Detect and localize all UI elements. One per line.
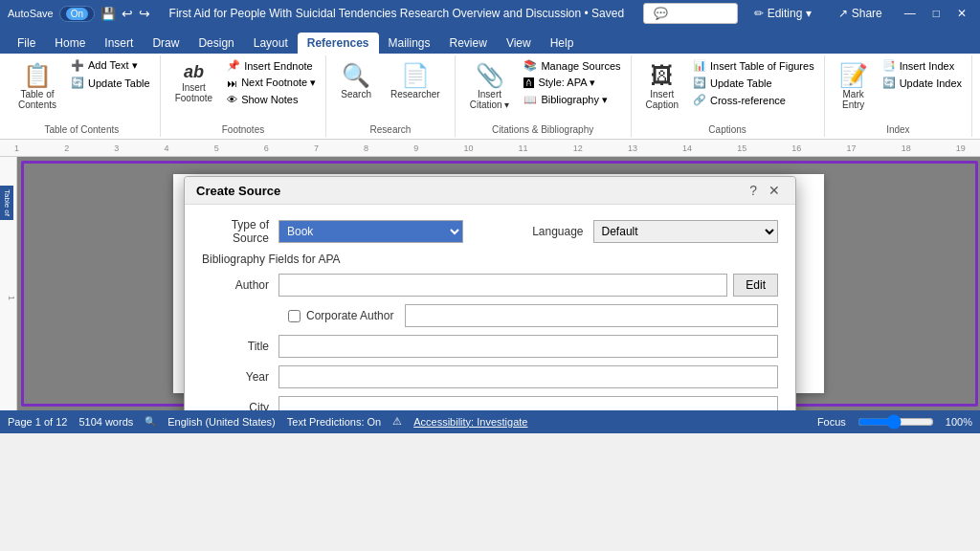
toc-sidebar-label: Table of: [0, 186, 13, 220]
tab-insert[interactable]: Insert: [95, 33, 143, 54]
insert-index-btn[interactable]: 📑 Insert Index: [879, 57, 966, 74]
save-icon: 💾: [100, 7, 116, 21]
type-source-select[interactable]: Book: [278, 220, 463, 243]
corporate-author-input[interactable]: [405, 304, 778, 327]
share-button[interactable]: ↗ Share: [828, 3, 893, 24]
document-title: First Aid for People With Suicidal Tende…: [150, 7, 643, 20]
minimize-btn[interactable]: —: [899, 5, 922, 22]
update-index-label: Update Index: [900, 77, 962, 89]
city-input[interactable]: [278, 396, 778, 410]
undo-btn[interactable]: ↩: [122, 6, 133, 21]
manage-sources-btn[interactable]: 📚 Manage Sources: [520, 57, 624, 74]
zoom-level: 100%: [946, 416, 972, 428]
insert-index-icon: 📑: [882, 59, 896, 72]
researcher-icon: 📄: [401, 62, 430, 89]
insert-table-figures-btn[interactable]: 📊 Insert Table of Figures: [689, 57, 818, 74]
tab-review[interactable]: Review: [440, 33, 497, 54]
create-source-dialog[interactable]: Create Source ? ✕ Type of Source Book La…: [184, 176, 796, 410]
share-icon: ↗: [838, 7, 848, 20]
update-index-icon: 🔄: [882, 77, 896, 89]
accessibility-label[interactable]: Accessibility: Investigate: [413, 416, 527, 428]
footnotes-sub-col: 📌 Insert Endnote ⏭ Next Footnote ▾ 👁 Sho…: [223, 57, 320, 107]
ribbon-group-authorities: 📌 MarkCitation 📋 Insert Table of Authori…: [972, 55, 980, 137]
autosave-toggle[interactable]: On: [59, 6, 95, 22]
close-btn[interactable]: ✕: [951, 5, 972, 22]
edit-author-btn[interactable]: Edit: [733, 274, 778, 297]
city-label: City: [202, 401, 278, 410]
tab-design[interactable]: Design: [189, 33, 243, 54]
index-sub-col: 📑 Insert Index 🔄 Update Index: [879, 57, 966, 91]
next-footnote-btn[interactable]: ⏭ Next Footnote ▾: [223, 75, 320, 91]
update-table-cap-btn[interactable]: 🔄 Update Table: [689, 75, 818, 91]
citations-group-content: 📎 InsertCitation ▾ 📚 Manage Sources 🅰 St…: [461, 57, 625, 122]
table-of-contents-btn[interactable]: 📋 Table ofContents: [10, 57, 65, 115]
ribbon-group-research: 🔍 Search 📄 Researcher Research: [326, 55, 455, 137]
text-predictions: Text Predictions: On: [287, 416, 381, 428]
title-input[interactable]: [278, 335, 778, 358]
footnote-icon: ab: [184, 62, 204, 82]
editing-icon: ✏: [754, 7, 764, 20]
zoom-slider[interactable]: [858, 414, 934, 430]
dialog-help-btn[interactable]: ?: [746, 183, 761, 198]
language-select[interactable]: Default: [593, 220, 778, 243]
style-apa-btn[interactable]: 🅰 Style: APA ▾: [520, 75, 624, 91]
tab-home[interactable]: Home: [45, 33, 95, 54]
ruler-marks: 1 2 3 4 5 6 7 8 9 10 11 12 13 14 15 16 1…: [14, 143, 966, 153]
title-row: Title: [202, 335, 778, 358]
window-controls: 💬 💬 Comments Comments ✏ Editing ▾ ↗ Shar…: [643, 3, 972, 24]
insert-citation-btn[interactable]: 📎 InsertCitation ▾: [461, 57, 519, 115]
autosave-label: AutoSave: [8, 8, 54, 19]
citations-sub-col: 📚 Manage Sources 🅰 Style: APA ▾ 📖 Biblio…: [520, 57, 624, 108]
tab-layout[interactable]: Layout: [244, 33, 298, 54]
tab-help[interactable]: Help: [541, 33, 584, 54]
style-icon: 🅰: [523, 77, 534, 89]
search-btn[interactable]: 🔍 Search: [332, 57, 380, 104]
insert-endnote-icon: 📌: [227, 59, 240, 72]
comments-button[interactable]: 💬 💬 Comments Comments: [643, 3, 738, 24]
show-notes-icon: 👁: [227, 94, 237, 105]
corporate-author-checkbox[interactable]: [288, 310, 301, 322]
mark-entry-btn[interactable]: 📝 MarkEntry: [831, 57, 877, 115]
update-table-toc-btn[interactable]: 🔄 Update Table: [67, 75, 154, 91]
editing-button[interactable]: ✏ Editing ▾: [744, 3, 822, 24]
autosave-on[interactable]: On: [66, 8, 88, 20]
cross-reference-btn[interactable]: 🔗 Cross-reference: [689, 92, 818, 108]
toc-label: Table ofContents: [18, 89, 56, 110]
table-figures-label: Insert Table of Figures: [710, 60, 814, 72]
next-footnote-label: Next Footnote ▾: [241, 77, 316, 89]
comments-icon: 💬: [654, 7, 668, 20]
researcher-label: Researcher: [390, 89, 440, 99]
tab-draw[interactable]: Draw: [143, 33, 189, 54]
tab-references[interactable]: References: [298, 33, 379, 54]
toc-sub-col: ➕ Add Text ▾ 🔄 Update Table: [67, 57, 154, 91]
tab-view[interactable]: View: [497, 33, 541, 54]
author-input[interactable]: [278, 274, 727, 297]
dialog-close-btn[interactable]: ✕: [765, 183, 784, 198]
dialog-title-buttons: ? ✕: [746, 183, 784, 198]
tab-file[interactable]: File: [8, 33, 45, 54]
city-row: City: [202, 396, 778, 410]
show-notes-btn[interactable]: 👁 Show Notes: [223, 92, 320, 107]
maximize-btn[interactable]: □: [927, 5, 946, 22]
ribbon: 📋 Table ofContents ➕ Add Text ▾ 🔄 Update…: [0, 54, 980, 140]
captions-group-label: Captions: [708, 122, 746, 135]
insert-footnote-btn[interactable]: ab InsertFootnote: [167, 57, 221, 108]
researcher-btn[interactable]: 📄 Researcher: [382, 57, 449, 104]
add-text-btn[interactable]: ➕ Add Text ▾: [67, 57, 154, 74]
year-input[interactable]: [278, 365, 778, 388]
tab-mailings[interactable]: Mailings: [379, 33, 440, 54]
language-label: Language: [517, 225, 593, 238]
add-text-label: Add Text ▾: [88, 59, 138, 72]
update-index-btn[interactable]: 🔄 Update Index: [879, 75, 966, 91]
status-bar-right: Focus 100%: [817, 414, 972, 430]
corporate-author-label: Corporate Author: [306, 309, 393, 322]
bibliography-btn[interactable]: 📖 Bibliography ▾: [520, 92, 624, 108]
redo-btn[interactable]: ↪: [139, 6, 150, 21]
insert-endnote-btn[interactable]: 📌 Insert Endnote: [223, 57, 320, 74]
page-info: Page 1 of 12: [8, 416, 67, 428]
ribbon-group-citations: 📎 InsertCitation ▾ 📚 Manage Sources 🅰 St…: [456, 55, 632, 137]
insert-caption-btn[interactable]: 🖼 InsertCaption: [637, 57, 687, 115]
toc-icon: 📋: [23, 62, 52, 89]
warning-icon: ⚠: [392, 415, 402, 428]
focus-btn[interactable]: Focus: [817, 416, 846, 428]
